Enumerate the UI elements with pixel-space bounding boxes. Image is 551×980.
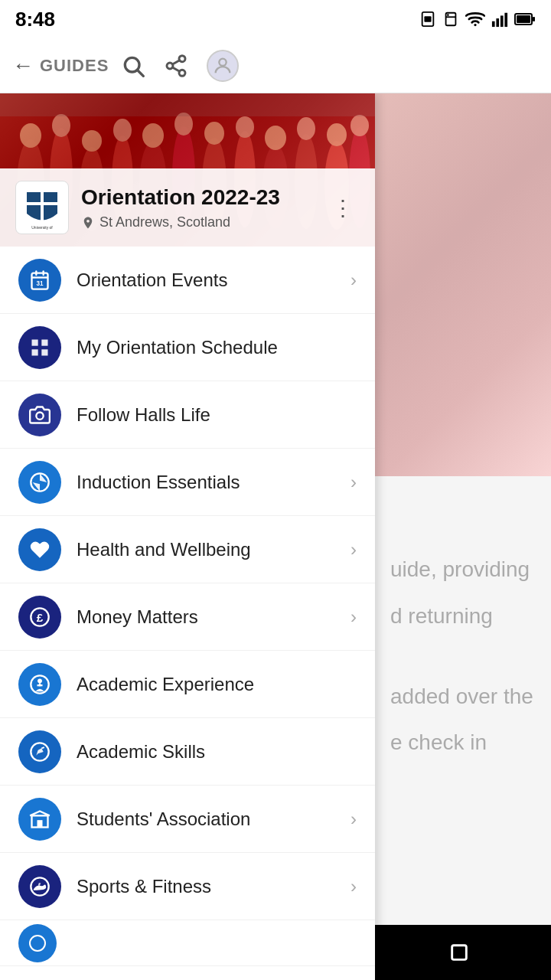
svg-rect-60 [41, 349, 47, 355]
svg-point-44 [327, 123, 347, 146]
menu-icon-bg-academic-exp [18, 663, 61, 706]
location-icon [81, 216, 95, 230]
menu-label-money-matters: Money Matters [77, 606, 350, 628]
svg-point-66 [37, 678, 42, 683]
chevron-icon-money: › [350, 606, 357, 628]
svg-point-41 [236, 116, 254, 138]
menu-icon-bg-induction [18, 461, 61, 504]
pound-icon: £ [29, 606, 51, 628]
search-icon[interactable] [121, 54, 145, 78]
menu-item-health-wellbeing[interactable]: Health and Wellbeing › [0, 516, 375, 583]
chevron-icon-induction: › [350, 472, 357, 493]
right-text-line2: d returning [390, 599, 536, 634]
building-icon [29, 808, 51, 830]
top-nav: ← GUIDES [0, 38, 551, 93]
menu-item-academic-experience[interactable]: Academic Experience [0, 651, 375, 718]
menu-label-sports-fitness: Sports & Fitness [77, 876, 350, 897]
menu-item-students-association[interactable]: Students' Association › [0, 786, 375, 853]
svg-point-37 [113, 119, 132, 142]
menu-item-induction-essentials[interactable]: Induction Essentials › [0, 449, 375, 516]
svg-point-4 [447, 14, 449, 16]
menu-label-academic-experience: Academic Experience [77, 674, 357, 695]
svg-rect-1 [424, 16, 431, 21]
menu-item-follow-halls-life[interactable]: Follow Halls Life [0, 381, 375, 449]
menu-item-money-matters[interactable]: £ Money Matters › [0, 583, 375, 651]
menu-icon-bg-health [18, 528, 61, 571]
status-bar: 8:48 [0, 0, 551, 38]
menu-item-extra[interactable] [0, 920, 375, 966]
menu-item-my-orientation-schedule[interactable]: My Orientation Schedule [0, 314, 375, 381]
guide-title: Orientation 2022-23 [81, 185, 314, 211]
menu-item-orientation-events[interactable]: 31 Orientation Events › [0, 247, 375, 314]
menu-icon-bg-sports [18, 865, 61, 908]
wifi-icon [465, 11, 485, 28]
pen-icon [29, 741, 51, 763]
svg-point-20 [220, 58, 227, 65]
share-icon[interactable] [164, 54, 188, 78]
svg-text:£: £ [37, 610, 44, 623]
profile-icon[interactable] [207, 50, 239, 82]
chevron-icon-orientation-events: › [350, 270, 357, 291]
right-text-line3: added over the [390, 680, 536, 714]
extra-icon [28, 934, 47, 952]
svg-rect-72 [37, 820, 43, 827]
svg-rect-8 [500, 15, 504, 27]
status-icons [419, 11, 536, 28]
grid-icon [29, 337, 51, 358]
svg-point-61 [36, 412, 43, 419]
svg-rect-46 [0, 93, 375, 116]
svg-line-70 [41, 747, 44, 748]
shoe-icon [29, 876, 51, 897]
menu-icon-bg-money: £ [18, 596, 61, 639]
svg-point-40 [204, 122, 224, 145]
back-arrow-icon: ← [12, 54, 34, 78]
svg-rect-77 [452, 946, 467, 960]
menu-item-sports-fitness[interactable]: Sports & Fitness › [0, 853, 375, 920]
guide-logo: University of St Andrews [15, 181, 69, 234]
menu-label-my-orientation-schedule: My Orientation Schedule [77, 337, 357, 358]
right-text-line4: e check in [390, 726, 536, 760]
menu-label-students-association: Students' Association [77, 808, 350, 830]
battery-icon [514, 11, 536, 28]
nav-actions [121, 50, 239, 82]
chevron-icon-health: › [350, 539, 357, 560]
svg-point-5 [474, 24, 476, 26]
svg-rect-9 [504, 13, 507, 27]
menu-label-follow-halls-life: Follow Halls Life [77, 404, 357, 426]
signal-icon [491, 11, 508, 28]
chevron-icon-students: › [350, 808, 357, 830]
nav-title: GUIDES [40, 56, 109, 76]
menu-label-health-wellbeing: Health and Wellbeing [77, 539, 350, 560]
svg-line-19 [173, 67, 180, 71]
svg-rect-11 [517, 15, 530, 23]
right-bg-image [375, 93, 551, 476]
sim-icon [419, 11, 436, 28]
more-button[interactable]: ⋮ [326, 195, 360, 220]
svg-point-38 [142, 123, 164, 148]
svg-text:31: 31 [36, 280, 44, 287]
menu-icon-bg-students [18, 798, 61, 841]
heart-icon [29, 539, 51, 560]
svg-text:St Andrews: St Andrews [32, 230, 52, 230]
menu-icon-bg-halls-life [18, 394, 61, 436]
svg-line-18 [173, 60, 180, 64]
svg-point-34 [20, 123, 41, 148]
svg-rect-58 [41, 339, 47, 345]
recents-nav-button[interactable] [429, 925, 490, 980]
guide-text: Orientation 2022-23 St Andrews, Scotland [81, 185, 314, 231]
guide-header: University of St Andrews Orientation 202… [0, 93, 375, 247]
menu-label-induction-essentials: Induction Essentials [77, 472, 350, 493]
right-text-line1: uide, providing [390, 553, 536, 587]
back-button[interactable]: ← GUIDES [12, 54, 109, 78]
guide-location: St Andrews, Scotland [81, 214, 314, 230]
info-icon [29, 472, 51, 493]
menu-item-academic-skills[interactable]: Academic Skills [0, 718, 375, 786]
menu-icon-bg-schedule [18, 326, 61, 369]
storage-icon [442, 11, 459, 28]
svg-rect-7 [496, 18, 499, 27]
calendar-icon: 31 [29, 270, 51, 291]
svg-point-74 [30, 936, 45, 951]
svg-point-43 [297, 117, 315, 140]
svg-point-45 [350, 115, 369, 136]
svg-rect-59 [32, 349, 38, 355]
